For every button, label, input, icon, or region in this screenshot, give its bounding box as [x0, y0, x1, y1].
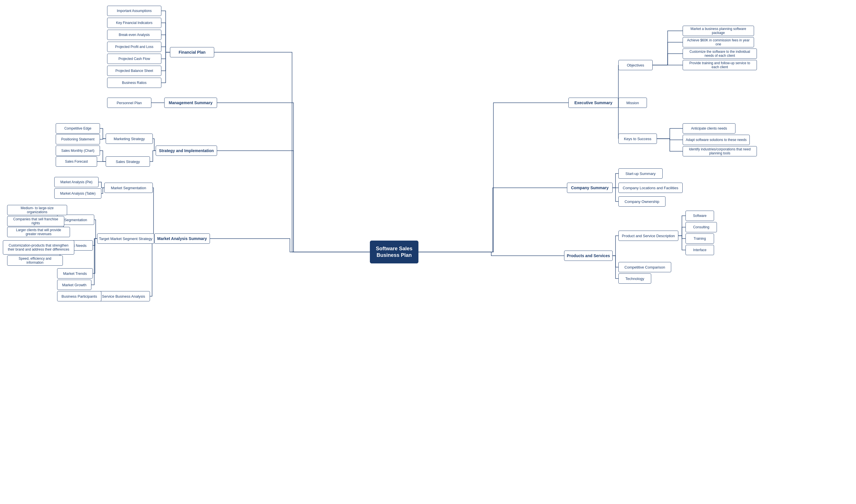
node-companies_franchise[interactable]: Companies that sell franchise rights: [7, 216, 64, 226]
node-executive_summary[interactable]: Executive Summary: [569, 97, 618, 108]
node-startup_summary[interactable]: Start-up Summary: [618, 168, 663, 179]
node-interface_node[interactable]: Interface: [685, 245, 714, 255]
node-sales_forecast[interactable]: Sales Forecast: [56, 156, 97, 167]
node-keys2[interactable]: Adapt software solutions to these needs: [683, 135, 750, 145]
node-products_services[interactable]: Products and Services: [564, 251, 613, 261]
node-training[interactable]: Training: [685, 233, 714, 244]
node-keys1[interactable]: Anticipate clients needs: [683, 123, 735, 133]
node-target_market[interactable]: Target Market Segment Strategy: [97, 233, 154, 244]
node-larger_clients[interactable]: Larger clients that will provide greater…: [7, 227, 70, 237]
node-consulting[interactable]: Consulting: [685, 222, 717, 232]
node-speed_efficiency[interactable]: Speed, efficiency and information: [7, 255, 63, 266]
node-technology[interactable]: Technology: [618, 273, 651, 284]
node-company_summary[interactable]: Company Summary: [567, 183, 613, 193]
node-company_ownership[interactable]: Company Ownership: [618, 196, 665, 206]
node-projected_balance[interactable]: Projected Balance Sheet: [107, 66, 161, 76]
node-market_growth[interactable]: Market Growth: [57, 280, 91, 290]
node-business_participants[interactable]: Business Participants: [57, 291, 101, 301]
mindmap-container: Software SalesBusiness PlanFinancial Pla…: [0, 0, 856, 504]
node-product_service_desc[interactable]: Product and Service Description: [618, 231, 678, 241]
node-obj2[interactable]: Achieve $60K in commission fees in year …: [683, 37, 754, 47]
node-management_summary[interactable]: Management Summary: [164, 97, 217, 108]
node-personnel_plan[interactable]: Personnel Plan: [107, 97, 151, 108]
node-projected_cash[interactable]: Projected Cash Flow: [107, 54, 161, 64]
node-competitive_edge[interactable]: Competitive Edge: [56, 123, 100, 133]
node-business_ratios[interactable]: Business Ratios: [107, 78, 161, 88]
node-market_analysis_table[interactable]: Market Analysis (Table): [54, 188, 101, 199]
node-key_financial_indicators[interactable]: Key Financial Indicators: [107, 18, 161, 28]
node-projected_profit[interactable]: Projected Profit and Loss: [107, 42, 161, 52]
node-software[interactable]: Software: [685, 211, 714, 221]
node-keys3[interactable]: Identify industries/corporations that ne…: [683, 146, 757, 156]
node-market_analysis_summary[interactable]: Market Analysis Summary: [154, 233, 210, 244]
node-obj1[interactable]: Market a business planning software pack…: [683, 26, 754, 36]
node-financial_plan[interactable]: Financial Plan: [170, 47, 214, 57]
node-center: Software SalesBusiness Plan: [370, 240, 418, 264]
node-objectives[interactable]: Objectives: [618, 60, 653, 70]
node-sales_monthly[interactable]: Sales Monthly (Chart): [56, 146, 100, 156]
node-market_segmentation[interactable]: Market Segmentation: [104, 183, 153, 193]
node-customization[interactable]: Customization-products that strengthen t…: [3, 240, 74, 255]
node-important_assumptions[interactable]: Important Assumptions: [107, 6, 161, 16]
node-service_business[interactable]: Service Business Analysis: [97, 291, 150, 301]
node-company_locations[interactable]: Company Locations and Facilities: [618, 183, 683, 193]
node-break_even[interactable]: Break-even Analysis: [107, 30, 161, 40]
node-medium_large[interactable]: Medium- to large-size organizations: [7, 205, 67, 215]
node-sales_strategy[interactable]: Sales Strategy: [106, 156, 150, 167]
node-strategy_impl[interactable]: Strategy and Implementation: [156, 146, 217, 156]
node-marketing_strategy[interactable]: Marketing Strategy: [106, 133, 153, 144]
node-market_trends[interactable]: Market Trends: [57, 268, 93, 278]
node-competitive_comparison[interactable]: Competitive Comparison: [618, 262, 671, 272]
node-keys_success[interactable]: Keys to Success: [618, 133, 657, 144]
node-market_analysis_pie[interactable]: Market Analysis (Pie): [54, 177, 99, 187]
node-obj4[interactable]: Provide training and follow-up service t…: [683, 60, 757, 70]
node-mission[interactable]: Mission: [618, 97, 647, 108]
node-positioning_statement[interactable]: Positioning Statement: [56, 134, 100, 144]
node-obj3[interactable]: Customize the software to the individual…: [683, 49, 757, 59]
